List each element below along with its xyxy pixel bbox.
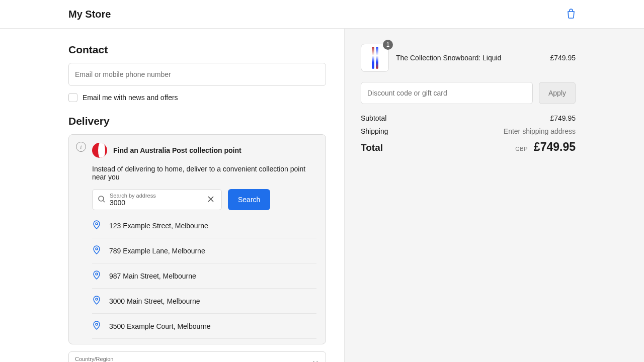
collection-description: Instead of delivering to home, deliver t… [92,165,316,181]
pin-icon [93,220,100,231]
result-address: 3000 Main Street, Melbourne [109,297,200,305]
results-list: 123 Example Street, Melbourne 789 Exampl… [92,213,316,339]
shipping-label: Shipping [361,127,388,135]
email-field[interactable] [68,63,326,86]
search-button[interactable]: Search [228,189,270,210]
cart-icon[interactable] [567,9,576,20]
chevron-down-icon [312,359,318,362]
svg-point-5 [96,323,98,325]
item-name: The Collection Snowboard: Liquid [396,54,543,62]
qty-badge: 1 [383,40,393,50]
pin-icon [93,296,100,306]
line-item: 1 The Collection Snowboard: Liquid £749.… [361,44,576,72]
result-address: 789 Example Lane, Melbourne [109,247,205,255]
newsletter-label: Email me with news and offers [83,94,178,102]
store-name[interactable]: My Store [68,9,111,20]
country-select[interactable]: Country/Region Australia [68,351,326,362]
list-item[interactable]: 789 Example Lane, Melbourne [92,238,316,263]
australia-post-logo-icon [92,143,107,158]
subtotal-value: £749.95 [550,114,576,122]
clear-icon[interactable] [205,195,216,205]
delivery-heading: Delivery [68,115,326,127]
newsletter-checkbox[interactable] [68,93,77,102]
result-address: 987 Main Street, Melbourne [109,272,196,280]
list-item[interactable]: 3500 Example Court, Melbourne [92,314,316,339]
apply-button[interactable]: Apply [539,82,576,104]
item-price: £749.95 [550,54,576,62]
checkout-form: Contact Email me with news and offers De… [0,29,344,362]
search-input-wrap[interactable]: Search by address 3000 [92,189,222,210]
topbar: My Store [0,0,644,29]
shipping-value: Enter shipping address [504,127,576,135]
list-item[interactable]: 123 Example Street, Melbourne [92,213,316,238]
collection-point-card: i Find an Australia Post collection poin… [68,134,326,344]
list-item[interactable]: 3000 Main Street, Melbourne [92,289,316,314]
pin-icon [93,321,100,331]
svg-point-3 [96,273,98,275]
svg-point-1 [96,223,98,225]
search-label: Search by address [110,193,201,199]
total-value: £749.95 [534,140,576,153]
discount-input[interactable] [361,82,533,104]
search-value: 3000 [110,199,201,207]
search-icon [98,195,106,205]
svg-point-4 [96,298,98,300]
contact-heading: Contact [68,44,326,56]
info-icon: i [76,142,86,152]
order-summary: 1 The Collection Snowboard: Liquid £749.… [344,29,644,362]
svg-point-2 [96,248,98,250]
collection-title: Find an Australia Post collection point [113,146,242,154]
subtotal-label: Subtotal [361,114,386,122]
svg-point-0 [99,196,104,201]
pin-icon [93,270,100,281]
pin-icon [93,245,100,256]
result-address: 123 Example Street, Melbourne [109,222,208,230]
currency-code: GBP [515,146,528,152]
country-label: Country/Region [75,356,319,362]
list-item[interactable]: 987 Main Street, Melbourne [92,263,316,289]
result-address: 3500 Example Court, Melbourne [109,322,211,330]
total-label: Total [361,142,383,153]
